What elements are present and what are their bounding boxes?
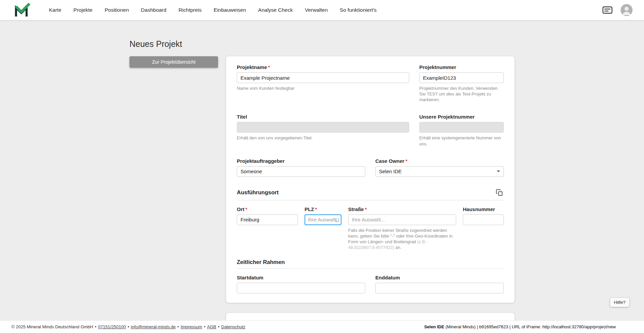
field-ort: Ort* xyxy=(237,206,298,225)
projektauftraggeber-input[interactable] xyxy=(237,166,365,177)
copy-address-button[interactable] xyxy=(495,188,504,197)
field-hausnummer: Hausnummer xyxy=(463,206,504,225)
field-titel: Titel Erhält den von uns vorgegebenen Ti… xyxy=(237,114,409,141)
required-asterisk: * xyxy=(406,158,408,164)
nav-item-dashboard[interactable]: Dashboard xyxy=(141,7,166,13)
field-startdatum: Startdatum xyxy=(237,275,365,293)
field-case-owner: Case Owner* Selen IDE xyxy=(375,158,504,177)
projektauftraggeber-label: Projektauftraggeber xyxy=(237,158,365,164)
nav-item-einbauweisen[interactable]: Einbauweisen xyxy=(214,7,246,13)
strasse-input[interactable] xyxy=(348,214,456,225)
main-nav: Karte Projekte Positionen Dashboard Rich… xyxy=(49,7,377,13)
footer-datenschutz-link[interactable]: Datenschutz xyxy=(221,324,245,329)
nav-item-richtpreis[interactable]: Richtpreis xyxy=(178,7,202,13)
required-asterisk: * xyxy=(268,64,270,70)
titel-helper: Erhält den von uns vorgegebenen Titel. xyxy=(237,135,409,141)
projektnummer-label: Projektnummer xyxy=(419,64,504,70)
required-asterisk: * xyxy=(365,206,367,212)
field-projektauftraggeber: Projektauftraggeber xyxy=(237,158,365,177)
copy-icon xyxy=(496,189,503,196)
field-enddatum: Enddatum xyxy=(375,275,504,293)
nav-item-so-funktionierts[interactable]: So funktioniert's xyxy=(340,7,377,13)
case-owner-label: Case Owner* xyxy=(375,158,504,164)
section-divider xyxy=(237,200,504,200)
firmendaten-card: Firmendaten xyxy=(226,313,515,320)
footer: © 2025 Mineral Minds Deutschland GmbH • … xyxy=(0,320,644,333)
section-divider xyxy=(237,268,504,269)
startdatum-input[interactable] xyxy=(237,283,365,293)
strasse-helper: Falls die Position keiner Straße zugeord… xyxy=(348,227,456,251)
footer-copyright: © 2025 Mineral Minds Deutschland GmbH xyxy=(11,324,93,329)
nav-item-positionen[interactable]: Positionen xyxy=(105,7,129,13)
unsere-projektnummer-helper: Erhält eine systemgenerierte Nummer von … xyxy=(419,135,504,146)
page-title: Neues Projekt xyxy=(129,39,515,49)
help-button[interactable]: Hilfe? xyxy=(610,298,629,307)
nav-item-projekte[interactable]: Projekte xyxy=(73,7,93,13)
chevron-down-icon xyxy=(497,171,500,172)
projektnummer-helper: Projektnummer des Kunden. Verwenden Sie … xyxy=(419,85,504,103)
nav-item-karte[interactable]: Karte xyxy=(49,7,61,13)
top-nav: Karte Projekte Positionen Dashboard Rich… xyxy=(0,0,644,20)
brand-logo-icon xyxy=(15,3,30,17)
footer-impressum-link[interactable]: Impressum xyxy=(180,324,202,329)
section-title-zeitlicher-rahmen: Zeitlicher Rahmen xyxy=(237,259,285,265)
footer-user-name: Selen IDE xyxy=(424,324,444,329)
unsere-projektnummer-input xyxy=(419,122,504,133)
footer-session-info: Selen IDE (Mineral Minds) | b91695ed7623… xyxy=(424,324,616,329)
hausnummer-label: Hausnummer xyxy=(463,206,504,212)
case-owner-selected-value: Selen IDE xyxy=(379,169,402,174)
ort-label: Ort* xyxy=(237,206,298,212)
case-owner-select[interactable]: Selen IDE xyxy=(375,166,504,177)
footer-email-link[interactable]: info@mineral-minds.de xyxy=(131,324,176,329)
section-title-ausfuehrungsort: Ausführungsort xyxy=(237,189,279,196)
topbar-right xyxy=(602,4,633,16)
footer-left: © 2025 Mineral Minds Deutschland GmbH • … xyxy=(11,324,246,329)
footer-user-details: (Mineral Minds) | b91695ed7623 | URL of … xyxy=(444,324,616,329)
field-projektnummer: Projektnummer Projektnummer des Kunden. … xyxy=(419,64,504,103)
brand-logo[interactable] xyxy=(15,3,30,17)
unsere-projektnummer-label: Unsere Projektnummer xyxy=(419,114,504,120)
titel-input xyxy=(237,122,409,133)
field-unsere-projektnummer: Unsere Projektnummer Erhält eine systemg… xyxy=(419,114,504,146)
plz-label: PLZ* xyxy=(305,206,341,212)
projektname-helper: Name vom Kunden festlegbar xyxy=(237,85,409,91)
ort-input[interactable] xyxy=(237,214,298,225)
projektnummer-input[interactable] xyxy=(419,72,504,83)
nav-item-verwalten[interactable]: Verwalten xyxy=(305,7,328,13)
server-icon[interactable] xyxy=(602,6,612,14)
required-asterisk: * xyxy=(246,206,248,212)
field-projektname: Projektname* Name vom Kunden festlegbar xyxy=(237,64,409,91)
back-to-projects-button[interactable]: Zur Projektübersicht xyxy=(129,56,218,68)
enddatum-input[interactable] xyxy=(375,283,504,293)
nav-item-analyse-check[interactable]: Analyse Check xyxy=(258,7,293,13)
loading-spinner-icon xyxy=(334,217,339,222)
main-content: Neues Projekt Zur Projektübersicht Proje… xyxy=(0,20,644,320)
avatar-icon xyxy=(621,4,633,16)
required-asterisk: * xyxy=(315,206,317,212)
startdatum-label: Startdatum xyxy=(237,275,365,280)
project-form-card: Projektname* Name vom Kunden festlegbar … xyxy=(226,56,515,303)
avatar[interactable] xyxy=(621,4,633,16)
projektname-input[interactable] xyxy=(237,72,409,83)
titel-label: Titel xyxy=(237,114,409,120)
hausnummer-input[interactable] xyxy=(463,214,504,225)
strasse-label: Straße* xyxy=(348,206,456,212)
field-plz: PLZ* xyxy=(305,206,341,225)
footer-phone-link[interactable]: 07151/250100 xyxy=(98,324,126,329)
field-strasse: Straße* Falls die Position keiner Straße… xyxy=(348,206,456,251)
projektname-label: Projektname* xyxy=(237,64,409,70)
enddatum-label: Enddatum xyxy=(375,275,504,280)
footer-agb-link[interactable]: AGB xyxy=(207,324,216,329)
